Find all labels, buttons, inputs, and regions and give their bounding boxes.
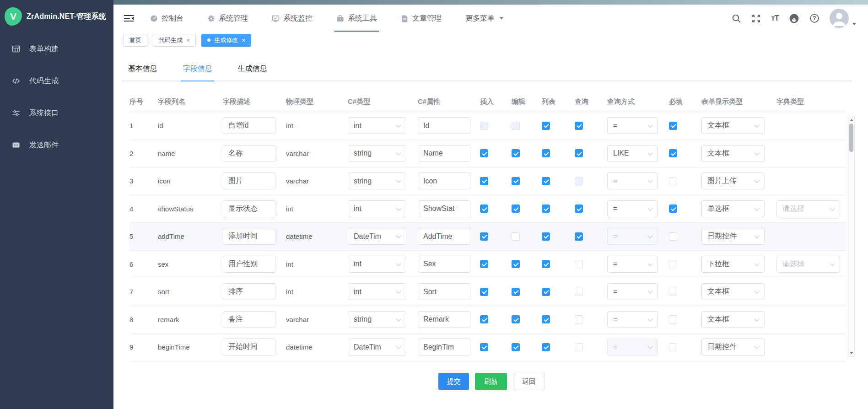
table-scrollbar[interactable] bbox=[848, 116, 855, 357]
edit-checkbox[interactable] bbox=[512, 260, 520, 268]
cs-property-input[interactable] bbox=[418, 311, 470, 328]
dict-type-select[interactable]: 请选择 bbox=[776, 200, 840, 217]
display-type-select[interactable]: 下拉框 bbox=[701, 256, 765, 273]
query-checkbox[interactable] bbox=[575, 260, 583, 268]
nav-item-system-tools[interactable]: 系统工具 bbox=[336, 5, 377, 32]
required-checkbox[interactable] bbox=[669, 260, 677, 268]
tab-basic-info[interactable]: 基本信息 bbox=[126, 59, 159, 78]
cs-type-select[interactable]: string bbox=[348, 145, 406, 162]
insert-checkbox[interactable] bbox=[480, 177, 488, 185]
sidebar-item-code-gen[interactable]: 代码生成 bbox=[0, 65, 113, 97]
cs-property-input[interactable] bbox=[418, 117, 470, 134]
edit-checkbox[interactable] bbox=[512, 149, 520, 157]
edit-checkbox[interactable] bbox=[512, 204, 520, 213]
edit-checkbox[interactable] bbox=[512, 177, 520, 185]
query-type-select[interactable]: = bbox=[607, 256, 658, 273]
tab-gen-info[interactable]: 生成信息 bbox=[236, 59, 269, 78]
nav-item-more-menu[interactable]: 更多菜单 bbox=[465, 5, 504, 32]
cs-property-input[interactable] bbox=[418, 283, 470, 300]
required-checkbox[interactable] bbox=[669, 204, 677, 213]
close-icon[interactable]: × bbox=[242, 37, 245, 43]
scroll-down-arrow[interactable] bbox=[848, 350, 854, 356]
github-icon[interactable] bbox=[789, 13, 799, 24]
close-icon[interactable]: × bbox=[186, 37, 190, 43]
column-desc-input[interactable] bbox=[223, 339, 275, 355]
column-desc-input[interactable] bbox=[223, 283, 275, 300]
query-type-select[interactable]: = bbox=[607, 200, 658, 217]
display-type-select[interactable]: 日期控件 bbox=[701, 228, 765, 245]
cs-property-input[interactable] bbox=[418, 256, 470, 273]
query-type-select[interactable]: = bbox=[607, 228, 658, 245]
nav-item-console[interactable]: 控制台 bbox=[150, 5, 183, 32]
column-desc-input[interactable] bbox=[223, 256, 275, 273]
cs-property-input[interactable] bbox=[418, 339, 470, 355]
query-checkbox[interactable] bbox=[575, 149, 583, 157]
display-type-select[interactable]: 文本框 bbox=[701, 117, 765, 134]
display-type-select[interactable]: 文本框 bbox=[701, 283, 765, 300]
required-checkbox[interactable] bbox=[669, 288, 677, 296]
query-type-select[interactable]: = bbox=[607, 172, 658, 189]
required-checkbox[interactable] bbox=[669, 149, 677, 157]
insert-checkbox[interactable] bbox=[480, 122, 488, 130]
edit-checkbox[interactable] bbox=[512, 288, 520, 296]
nav-item-system-manage[interactable]: 系统管理 bbox=[207, 5, 248, 32]
display-type-select[interactable]: 单选框 bbox=[701, 200, 765, 217]
cs-property-input[interactable] bbox=[418, 228, 470, 245]
list-checkbox[interactable] bbox=[542, 149, 550, 157]
help-icon[interactable]: ? bbox=[809, 13, 819, 23]
query-checkbox[interactable] bbox=[575, 315, 583, 323]
tab-field-info[interactable]: 字段信息 bbox=[181, 59, 214, 78]
submit-button[interactable]: 提交 bbox=[438, 373, 469, 390]
required-checkbox[interactable] bbox=[669, 343, 677, 351]
column-desc-input[interactable] bbox=[223, 172, 275, 189]
query-checkbox[interactable] bbox=[575, 177, 583, 185]
sidebar-item-system-api[interactable]: 系统接口 bbox=[0, 97, 113, 129]
cs-type-select[interactable]: int bbox=[348, 117, 406, 134]
edit-checkbox[interactable] bbox=[512, 343, 520, 351]
cs-type-select[interactable]: DateTim bbox=[348, 228, 406, 245]
refresh-button[interactable]: 刷新 bbox=[475, 373, 507, 390]
insert-checkbox[interactable] bbox=[480, 315, 488, 323]
nav-item-system-monitor[interactable]: 系统监控 bbox=[272, 5, 313, 32]
display-type-select[interactable]: 文本框 bbox=[701, 145, 765, 162]
query-checkbox[interactable] bbox=[575, 232, 583, 241]
scroll-up-arrow[interactable] bbox=[848, 117, 854, 123]
tag-code-gen[interactable]: 代码生成× bbox=[153, 34, 196, 47]
query-type-select[interactable]: = bbox=[607, 339, 658, 355]
cs-property-input[interactable] bbox=[418, 145, 470, 162]
query-checkbox[interactable] bbox=[575, 122, 583, 130]
query-checkbox[interactable] bbox=[575, 204, 583, 213]
sidebar-item-form-builder[interactable]: 表单构建 bbox=[0, 33, 113, 65]
cs-type-select[interactable]: string bbox=[348, 172, 406, 189]
list-checkbox[interactable] bbox=[542, 343, 550, 351]
list-checkbox[interactable] bbox=[542, 122, 550, 130]
edit-checkbox[interactable] bbox=[512, 232, 520, 241]
display-type-select[interactable]: 文本框 bbox=[701, 311, 765, 328]
font-size-icon[interactable]: тT bbox=[771, 14, 779, 23]
cs-property-input[interactable] bbox=[418, 172, 470, 189]
insert-checkbox[interactable] bbox=[480, 232, 488, 241]
list-checkbox[interactable] bbox=[542, 260, 550, 268]
required-checkbox[interactable] bbox=[669, 232, 677, 241]
cs-type-select[interactable]: int bbox=[348, 200, 406, 217]
list-checkbox[interactable] bbox=[542, 204, 550, 213]
edit-checkbox[interactable] bbox=[512, 122, 520, 130]
insert-checkbox[interactable] bbox=[480, 149, 488, 157]
display-type-select[interactable]: 图片上传 bbox=[701, 172, 765, 189]
query-checkbox[interactable] bbox=[575, 343, 583, 351]
tag-home[interactable]: 首页 bbox=[124, 34, 147, 47]
collapse-menu-icon[interactable] bbox=[124, 14, 135, 23]
cs-property-input[interactable] bbox=[418, 200, 470, 217]
required-checkbox[interactable] bbox=[669, 122, 677, 130]
back-button[interactable]: 返回 bbox=[513, 373, 545, 390]
column-desc-input[interactable] bbox=[223, 117, 275, 134]
display-type-select[interactable]: 日期控件 bbox=[701, 339, 765, 355]
cs-type-select[interactable]: int bbox=[348, 256, 406, 273]
required-checkbox[interactable] bbox=[669, 177, 677, 185]
app-logo[interactable]: V ZrAdmin.NET-管理系统 bbox=[0, 0, 113, 33]
cs-type-select[interactable]: string bbox=[348, 311, 406, 328]
required-checkbox[interactable] bbox=[669, 315, 677, 323]
query-type-select[interactable]: = bbox=[607, 117, 658, 134]
dict-type-select[interactable]: 请选择 bbox=[776, 256, 840, 273]
query-type-select[interactable]: = bbox=[607, 311, 658, 328]
